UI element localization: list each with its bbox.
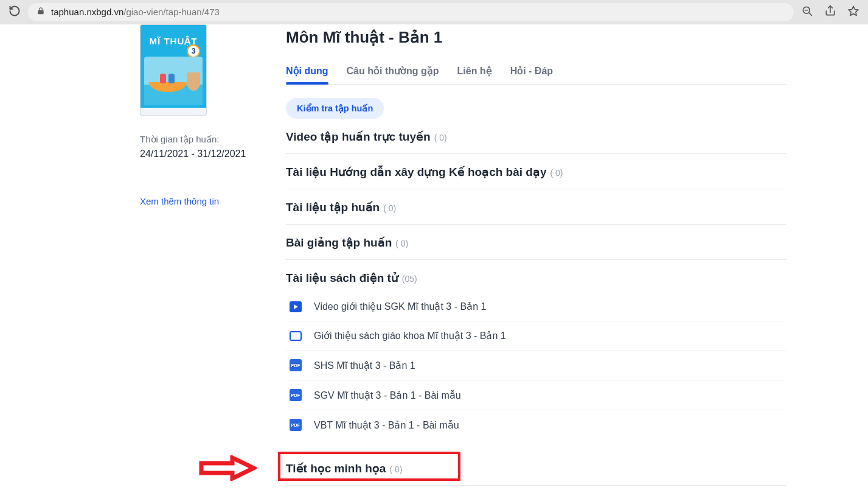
url-host: taphuan.nxbgd.vn [51, 7, 123, 17]
pdf-icon: PDF [290, 419, 302, 431]
star-icon[interactable] [847, 5, 859, 19]
resource-item[interactable]: PDF SHS Mĩ thuật 3 - Bản 1 [286, 351, 786, 380]
section-header[interactable]: Tài liệu Hướng dẫn xây dựng Kế hoạch bài… [286, 165, 786, 179]
main-column: Môn Mĩ thuật - Bản 1 Nội dung Câu hỏi th… [286, 24, 868, 504]
svg-marker-4 [849, 6, 858, 15]
resource-label: VBT Mĩ thuật 3 - Bản 1 - Bài mẫu [314, 419, 459, 431]
page-title: Môn Mĩ thuật - Bản 1 [286, 28, 786, 47]
annotation-arrow-icon [199, 455, 257, 481]
tab-noi-dung[interactable]: Nội dung [286, 59, 328, 84]
section-video-training: Video tập huấn trực tuyến ( 0) [286, 119, 786, 154]
section-lesson-plan-guide: Tài liệu Hướng dẫn xây dựng Kế hoạch bài… [286, 154, 786, 189]
section-ebooks: Tài liệu sách điện tử (05) Video giới th… [286, 260, 786, 449]
browser-chrome: taphuan.nxbgd.vn/giao-vien/tap-huan/473 [0, 0, 868, 24]
resource-item[interactable]: Video giới thiệu SGK Mĩ thuật 3 - Bản 1 [286, 292, 786, 321]
take-test-chip[interactable]: Kiểm tra tập huấn [286, 98, 384, 119]
reload-icon[interactable] [9, 5, 21, 19]
svg-marker-5 [294, 304, 298, 309]
thumbnail-art [144, 57, 203, 105]
section-training-docs: Tài liệu tập huấn ( 0) [286, 189, 786, 225]
more-info-link[interactable]: Xem thêm thông tin [140, 196, 262, 206]
section-count: ( 0) [383, 203, 396, 213]
section-count: ( 0) [395, 239, 408, 248]
url-path: /giao-vien/tap-huan/473 [123, 7, 220, 17]
zoom-out-icon[interactable] [801, 5, 813, 19]
section-training-lectures: Bài giảng tập huấn ( 0) [286, 225, 786, 260]
svg-marker-6 [201, 458, 254, 478]
section-title: Tài liệu sách điện tử [286, 271, 398, 285]
section-title: Tài liệu tập huấn [286, 200, 380, 214]
sidebar: MĨ THUẬT 3 Thời gian tập huấn: 24/11/202… [0, 24, 286, 504]
resource-label: Video giới thiệu SGK Mĩ thuật 3 - Bản 1 [314, 301, 486, 312]
section-count: ( 0) [434, 133, 447, 142]
tab-lien-he[interactable]: Liên hệ [457, 59, 492, 84]
pdf-icon: PDF [290, 359, 302, 371]
section-count: ( 0) [550, 168, 563, 178]
address-bar[interactable]: taphuan.nxbgd.vn/giao-vien/tap-huan/473 [28, 3, 794, 21]
tab-faq[interactable]: Câu hỏi thường gặp [347, 59, 439, 84]
url-text: taphuan.nxbgd.vn/giao-vien/tap-huan/473 [51, 7, 220, 17]
pdf-icon: PDF [290, 389, 302, 401]
tab-hoi-dap[interactable]: Hỏi - Đáp [510, 59, 553, 84]
chrome-left [9, 5, 21, 19]
resource-item[interactable]: Giới thiệu sách giáo khoa Mĩ thuật 3 - B… [286, 321, 786, 351]
thumbnail-badge: 3 [187, 44, 200, 58]
tab-bar: Nội dung Câu hỏi thường gặp Liên hệ Hỏi … [286, 59, 786, 85]
section-header[interactable]: Video tập huấn trực tuyến ( 0) [286, 130, 786, 144]
lock-icon [36, 7, 45, 17]
section-count: (05) [402, 274, 417, 284]
share-icon[interactable] [824, 5, 836, 19]
section-header[interactable]: Bài giảng tập huấn ( 0) [286, 236, 786, 250]
resource-label: SGV Mĩ thuật 3 - Bản 1 - Bài mẫu [314, 390, 461, 401]
section-header[interactable]: Tài liệu sách điện tử (05) [286, 271, 786, 285]
chrome-right [801, 5, 859, 19]
annotation-highlight-box [278, 452, 460, 481]
section-header[interactable]: Tài liệu tập huấn ( 0) [286, 200, 786, 214]
resource-label: SHS Mĩ thuật 3 - Bản 1 [314, 360, 415, 371]
section-title: Video tập huấn trực tuyến [286, 130, 431, 144]
content-row: MĨ THUẬT 3 Thời gian tập huấn: 24/11/202… [0, 24, 868, 504]
section-title: Tài liệu Hướng dẫn xây dựng Kế hoạch bài… [286, 165, 547, 179]
svg-line-1 [809, 13, 811, 15]
resource-item[interactable]: PDF SGV Mĩ thuật 3 - Bản 1 - Bài mẫu [286, 380, 786, 410]
play-icon [290, 301, 302, 312]
training-time-label: Thời gian tập huấn: [140, 134, 262, 145]
training-time-value: 24/11/2021 - 31/12/2021 [140, 149, 262, 159]
course-thumbnail[interactable]: MĨ THUẬT 3 [140, 24, 207, 116]
section-title: Bài giảng tập huấn [286, 236, 392, 250]
resource-item-highlighted[interactable]: PDF VBT Mĩ thuật 3 - Bản 1 - Bài mẫu [286, 410, 786, 439]
resource-label: Giới thiệu sách giáo khoa Mĩ thuật 3 - B… [314, 330, 506, 341]
slide-icon [290, 331, 302, 341]
